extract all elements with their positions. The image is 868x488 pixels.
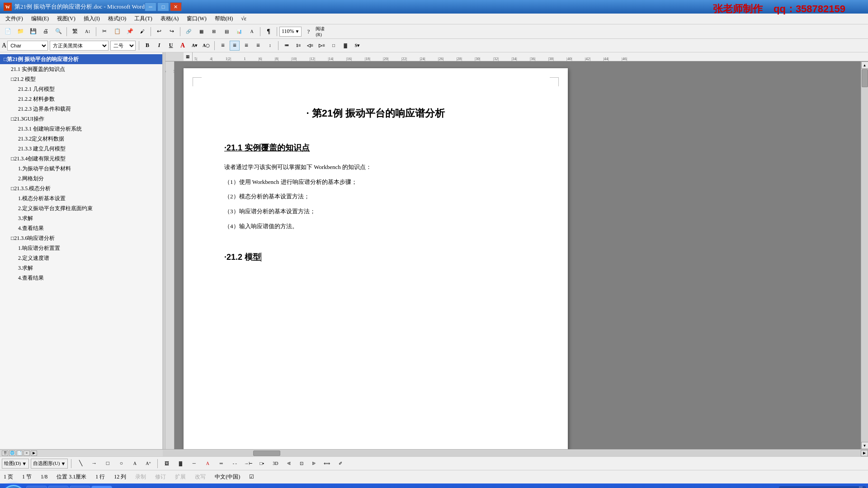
font-size-button[interactable]: A↕ <box>82 26 94 37</box>
outline-item-21-3-6-1[interactable]: 1.响应谱分析置置 <box>0 243 162 253</box>
line-color-button[interactable]: ─ <box>188 458 200 469</box>
outline-item-21-3-3[interactable]: 21.3.3 建立几何模型 <box>0 144 162 154</box>
outline-item-21-3-4-1[interactable]: 1.为振动平台赋予材料 <box>0 164 162 174</box>
print-button[interactable]: 🖨 <box>40 26 52 37</box>
menu-file[interactable]: 文件(F) <box>2 14 27 23</box>
outline-item-21-3-5-1[interactable]: 1.模态分析基本设置 <box>0 193 162 203</box>
scroll-down-arrow[interactable]: ▼ <box>861 442 868 449</box>
horizontal-scroll-thumb[interactable] <box>253 450 280 456</box>
copy-button[interactable]: 📋 <box>111 26 123 37</box>
new-button[interactable]: 📄 <box>2 26 14 37</box>
arrow-tool[interactable]: → <box>88 458 100 469</box>
menu-view[interactable]: 视图(V) <box>53 14 79 23</box>
align-left-button[interactable]: ≡ <box>218 41 228 51</box>
font-selector[interactable]: 方正美黑简体 <box>50 41 108 51</box>
align-right-draw[interactable]: ⫸ <box>308 458 320 469</box>
hyperlink-button[interactable]: 🔗 <box>183 26 194 37</box>
outline-item-21-2[interactable]: □21.2 模型 <box>0 74 162 84</box>
outline-item-21-3-6-2[interactable]: 2.定义速度谱 <box>0 253 162 263</box>
menu-window[interactable]: 窗口(W) <box>183 14 210 23</box>
reading-button[interactable]: 阅读(R) <box>315 26 327 37</box>
line-style-button[interactable]: ═ <box>215 458 227 469</box>
border-button[interactable]: □ <box>329 41 339 51</box>
print-preview-button[interactable]: 🔍 <box>52 26 64 37</box>
redo-button[interactable]: ↪ <box>166 26 178 37</box>
underline-button[interactable]: U <box>166 41 176 51</box>
style-selector[interactable]: Char <box>7 41 48 51</box>
outline-item-main[interactable]: □第21例 振动平台的响应谱分析 <box>0 54 162 64</box>
scroll-track[interactable] <box>861 69 868 442</box>
word-page[interactable]: · 第21例 振动平台的响应谱分析 ·21.1 实例覆盖的知识点 读者通过学习该… <box>184 68 568 449</box>
decrease-indent-button[interactable]: ◁≡ <box>305 41 315 51</box>
outline-item-21-3-6[interactable]: □21.3.6响应谱分析 <box>0 233 162 243</box>
scroll-right-arrow[interactable]: ▶ <box>861 450 868 456</box>
word-art-button[interactable]: A <box>246 26 258 37</box>
arrow-style-button[interactable]: →⊢ <box>242 458 254 469</box>
outline-item-21-3-5[interactable]: □21.3.5.模态分析 <box>0 183 162 193</box>
outline-item-21-1[interactable]: 21.1 实例覆盖的知识点 <box>0 64 162 74</box>
shading-button[interactable]: ▓ <box>340 41 350 51</box>
highlight-button[interactable]: A▾ <box>189 41 199 51</box>
outline-item-21-3-4-2[interactable]: 2.网格划分 <box>0 174 162 183</box>
scroll-thumb[interactable] <box>862 69 868 87</box>
vertical-scrollbar[interactable]: ▲ ▼ <box>861 61 868 449</box>
close-button[interactable]: ✕ <box>170 2 182 11</box>
increase-indent-button[interactable]: ▷≡ <box>317 41 327 51</box>
font-color-button[interactable]: A <box>178 41 188 51</box>
word-taskbar-button[interactable]: W <box>91 486 112 488</box>
horizontal-scroll-track[interactable] <box>163 450 861 456</box>
justify-button[interactable]: ≡ <box>253 41 263 51</box>
outline-item-21-2-1[interactable]: 21.2.1 几何模型 <box>0 84 162 94</box>
explorer-button[interactable]: 📁 <box>26 486 47 488</box>
columns-button[interactable]: ▤ <box>221 26 232 37</box>
undo-button[interactable]: ↩ <box>153 26 165 37</box>
menu-table[interactable]: 表格(A) <box>157 14 183 23</box>
align-right-button[interactable]: ≡ <box>241 41 251 51</box>
fill-color-button[interactable]: ▓ <box>175 458 186 469</box>
web-view-button[interactable]: 🌐 <box>9 450 15 456</box>
shadow-button[interactable]: □▪ <box>256 458 268 469</box>
insert-table-button[interactable]: ⊞ <box>208 26 220 37</box>
menu-help[interactable]: 帮助(H) <box>211 14 237 23</box>
maximize-button[interactable]: □ <box>157 2 169 11</box>
draw-extra-button[interactable]: ✐ <box>335 458 346 469</box>
font-shading-button[interactable]: A◌ <box>201 41 211 51</box>
bold-button[interactable]: B <box>142 41 152 51</box>
show-desktop-button[interactable] <box>859 486 863 488</box>
outline-view-button[interactable]: ≡ <box>24 450 30 456</box>
outline-item-21-2-3[interactable]: 21.2.3 边界条件和载荷 <box>0 104 162 114</box>
cut-button[interactable]: ✂ <box>99 26 110 37</box>
align-justify-draw[interactable]: ⟺ <box>321 458 333 469</box>
align-left-draw[interactable]: ⫷ <box>283 458 295 469</box>
table-button[interactable]: ▦ <box>195 26 207 37</box>
section-21-2-heading[interactable]: ·21.2 模型 <box>224 250 527 264</box>
print-view-button[interactable]: 📄 <box>16 450 23 456</box>
traditional-chinese-button[interactable]: 繁 <box>69 26 81 37</box>
dash-style-button[interactable]: - - <box>229 458 241 469</box>
minimize-button[interactable]: ─ <box>145 2 156 11</box>
help-button[interactable]: ? <box>302 26 314 37</box>
network-button[interactable]: ☁ <box>48 486 69 488</box>
menu-edit[interactable]: 编辑(E) <box>28 14 52 23</box>
line-spacing-button[interactable]: ↕ <box>265 41 275 51</box>
autoshapes-button[interactable]: 自选图形(U) ▼ <box>31 459 68 469</box>
outline-item-21-2-2[interactable]: 21.2.2 材料参数 <box>0 94 162 104</box>
menu-math[interactable]: √ε <box>237 14 250 23</box>
align-center-button[interactable]: ≡ <box>230 41 240 51</box>
align-center-draw[interactable]: ⊡ <box>296 458 307 469</box>
format-painter-button[interactable]: 🖌 <box>137 26 148 37</box>
size-selector[interactable]: 二号 <box>110 41 136 51</box>
save-button[interactable]: 💾 <box>27 26 39 37</box>
outline-item-21-3-2[interactable]: 21.3.2定义材料数据 <box>0 134 162 144</box>
zoom-selector[interactable]: 110% ▼ <box>279 27 302 37</box>
outline-item-21-3-5-2[interactable]: 2.定义振动平台支撑柱底面约束 <box>0 203 162 213</box>
section-21-1-heading[interactable]: ·21.1 实例覆盖的知识点 <box>224 141 527 155</box>
outline-item-21-3-5-3[interactable]: 3.求解 <box>0 213 162 223</box>
reading-view-button[interactable]: ▶ <box>31 450 37 456</box>
normal-view-button[interactable]: ☰ <box>2 450 8 456</box>
numbering-button[interactable]: 1≡ <box>293 41 303 51</box>
document-title[interactable]: · 第21例 振动平台的响应谱分析 <box>224 104 527 122</box>
3d-button[interactable]: 3D <box>269 458 281 469</box>
font-color-draw-button[interactable]: A <box>202 458 213 469</box>
textbox-tool[interactable]: A <box>129 458 141 469</box>
